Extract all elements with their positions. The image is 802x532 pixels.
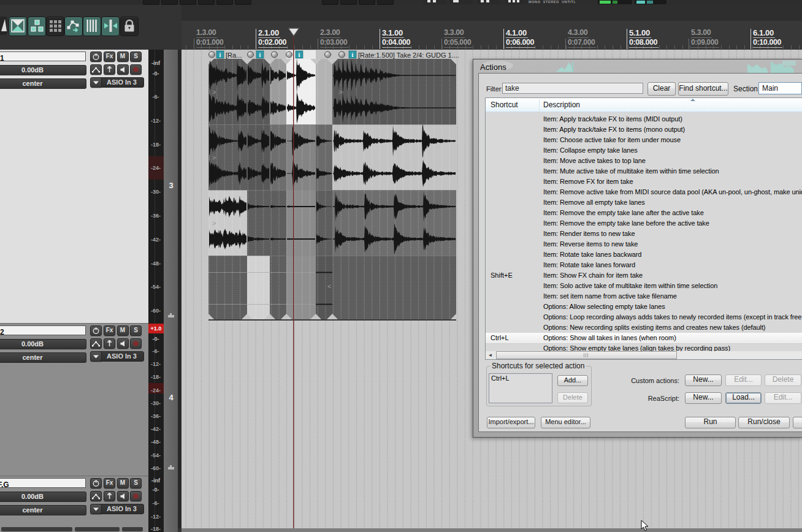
svg-text:>: > bbox=[212, 154, 216, 161]
svg-text:<: < bbox=[327, 283, 331, 290]
svg-text:>: > bbox=[212, 219, 216, 227]
svg-text:i: i bbox=[259, 51, 261, 58]
svg-text:i: i bbox=[220, 51, 221, 58]
svg-text:>: > bbox=[212, 88, 216, 96]
svg-text:[Ra...: [Ra... bbox=[226, 51, 242, 59]
svg-text:[Rate:1.500] Take 2/4: GUDG 1.: [Rate:1.500] Take 2/4: GUDG 1.... bbox=[358, 51, 459, 59]
svg-text:>: > bbox=[338, 88, 342, 96]
svg-text:i: i bbox=[352, 51, 354, 58]
svg-text:i: i bbox=[299, 51, 300, 58]
